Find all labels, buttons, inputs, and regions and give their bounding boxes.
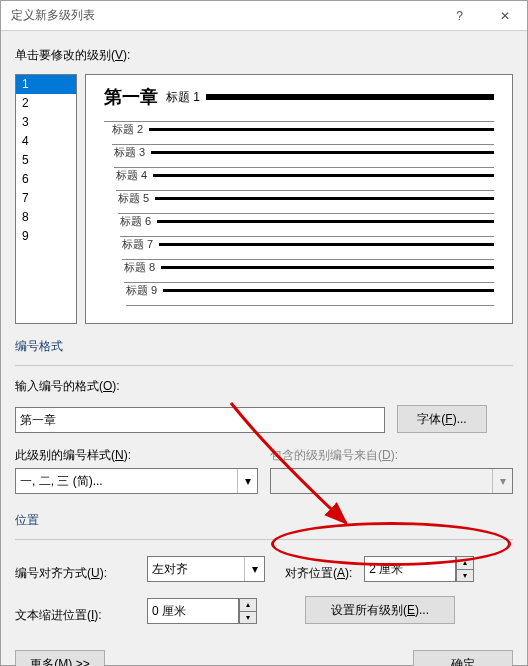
dialog-title: 定义新多级列表: [11, 7, 437, 24]
help-icon: ?: [456, 9, 463, 23]
preview-line: [153, 174, 494, 177]
align-at-spinner[interactable]: ▴ ▾: [364, 556, 474, 582]
preview-line: [155, 197, 494, 200]
level-list[interactable]: 123456789: [15, 74, 77, 324]
align-mode-combo[interactable]: 左对齐 ▾: [147, 556, 265, 582]
preview-line: [206, 94, 494, 100]
define-multilevel-list-dialog: 定义新多级列表 ? ✕ 单击要修改的级别(V): 123456789 第一章标题…: [0, 0, 528, 666]
preview-row: 标题 5: [118, 191, 494, 206]
set-all-levels-button[interactable]: 设置所有级别(E)...: [305, 596, 455, 624]
more-button[interactable]: 更多(M) >>: [15, 650, 105, 666]
number-style-combo[interactable]: 一, 二, 三 (简)... ▾: [15, 468, 258, 494]
preview-line: [163, 289, 494, 292]
text-indent-spinner[interactable]: ▴ ▾: [147, 598, 257, 624]
preview-row: 标题 8: [124, 260, 494, 275]
text-indent-label: 文本缩进位置(I):: [15, 607, 135, 624]
include-from-combo: ▾: [270, 468, 513, 494]
preview-heading: 标题 2: [112, 122, 143, 137]
preview-heading: 标题 3: [114, 145, 145, 160]
enter-number-format-label: 输入编号的格式(O):: [15, 378, 513, 395]
align-at-label: 对齐位置(A):: [285, 565, 352, 582]
spinner-up-icon[interactable]: ▴: [239, 598, 257, 611]
preview-line: [149, 128, 494, 131]
number-style-label: 此级别的编号样式(N):: [15, 447, 258, 464]
preview-row: 第一章标题 1: [104, 85, 494, 109]
preview-line: [151, 151, 494, 154]
preview-row: 标题 7: [122, 237, 494, 252]
align-mode-label: 编号对齐方式(U):: [15, 565, 135, 582]
position-group-label: 位置: [15, 512, 513, 529]
preview-row: 标题 3: [114, 145, 494, 160]
click-level-label: 单击要修改的级别(V):: [15, 47, 513, 64]
preview-heading: 标题 8: [124, 260, 155, 275]
preview-heading: 标题 7: [122, 237, 153, 252]
number-format-group-label: 编号格式: [15, 338, 513, 355]
preview-row: 标题 9: [126, 283, 494, 298]
preview-line: [161, 266, 494, 269]
chevron-down-icon: ▾: [244, 557, 264, 581]
preview-row: 标题 2: [112, 122, 494, 137]
close-icon: ✕: [500, 9, 510, 23]
preview-line: [157, 220, 494, 223]
number-format-input[interactable]: [15, 407, 385, 433]
preview-heading: 标题 9: [126, 283, 157, 298]
ok-button[interactable]: 确定: [413, 650, 513, 666]
preview-heading: 标题 4: [116, 168, 147, 183]
titlebar: 定义新多级列表 ? ✕: [1, 1, 527, 31]
font-button[interactable]: 字体(F)...: [397, 405, 487, 433]
preview-row: 标题 6: [120, 214, 494, 229]
help-button[interactable]: ?: [437, 1, 482, 31]
spinner-up-icon[interactable]: ▴: [456, 556, 474, 569]
preview-heading: 标题 1: [166, 89, 200, 106]
level-item[interactable]: 8: [16, 208, 76, 227]
close-button[interactable]: ✕: [482, 1, 527, 31]
level-item[interactable]: 7: [16, 189, 76, 208]
dialog-footer: 更多(M) >> 确定: [1, 640, 527, 666]
level-item[interactable]: 1: [16, 75, 76, 94]
chevron-down-icon: ▾: [492, 469, 512, 493]
level-item[interactable]: 6: [16, 170, 76, 189]
level-item[interactable]: 5: [16, 151, 76, 170]
preview-line: [159, 243, 494, 246]
level-item[interactable]: 9: [16, 227, 76, 246]
preview-chapter: 第一章: [104, 85, 158, 109]
text-indent-input[interactable]: [147, 598, 239, 624]
preview-heading: 标题 6: [120, 214, 151, 229]
preview-heading: 标题 5: [118, 191, 149, 206]
level-item[interactable]: 4: [16, 132, 76, 151]
dialog-content: 单击要修改的级别(V): 123456789 第一章标题 1标题 2标题 3标题…: [1, 31, 527, 640]
align-at-input[interactable]: [364, 556, 456, 582]
level-item[interactable]: 2: [16, 94, 76, 113]
spinner-down-icon[interactable]: ▾: [239, 611, 257, 624]
include-from-label: 包含的级别编号来自(D):: [270, 447, 513, 464]
chevron-down-icon: ▾: [237, 469, 257, 493]
level-item[interactable]: 3: [16, 113, 76, 132]
preview-row: 标题 4: [116, 168, 494, 183]
preview-pane: 第一章标题 1标题 2标题 3标题 4标题 5标题 6标题 7标题 8标题 9: [85, 74, 513, 324]
spinner-down-icon[interactable]: ▾: [456, 569, 474, 582]
